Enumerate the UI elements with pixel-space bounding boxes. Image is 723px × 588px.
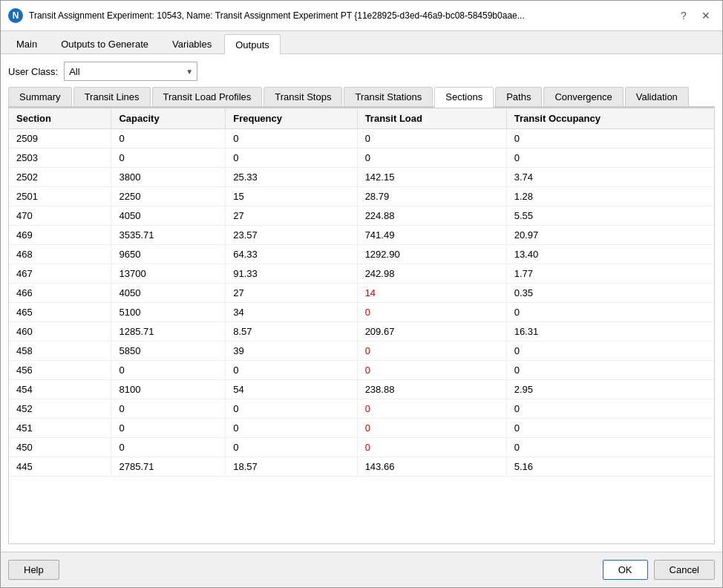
table-cell: 0 — [226, 129, 357, 148]
help-button[interactable]: Help — [8, 560, 59, 580]
table-row: 45858503900 — [9, 342, 714, 361]
sub-tab-bar: Summary Transit Lines Transit Load Profi… — [8, 87, 715, 108]
table-cell: 28.79 — [357, 187, 506, 206]
table-row: 454810054238.882.95 — [9, 380, 714, 399]
title-bar: N Transit Assignment Experiment: 10543, … — [1, 1, 722, 31]
table-cell: 16.31 — [506, 322, 714, 342]
table-row: 470405027224.885.55 — [9, 206, 714, 226]
table-cell: 34 — [226, 303, 357, 322]
table-cell: 1.28 — [506, 187, 714, 206]
table-cell: 13.40 — [506, 245, 714, 264]
table-cell: 460 — [9, 322, 111, 342]
table-row: 46551003400 — [9, 303, 714, 322]
table-cell: 0 — [226, 438, 357, 457]
close-button[interactable]: ✕ — [697, 7, 715, 24]
tab-convergence[interactable]: Convergence — [543, 87, 623, 106]
title-bar-left: N Transit Assignment Experiment: 10543, … — [8, 8, 675, 23]
col-header-transit-occupancy: Transit Occupancy — [506, 108, 714, 129]
table-cell: 2503 — [9, 148, 111, 168]
table-row: 25090000 — [9, 129, 714, 148]
table-cell: 0 — [226, 399, 357, 419]
table-cell: 0 — [506, 361, 714, 380]
table-cell: 2509 — [9, 129, 111, 148]
table-cell: 451 — [9, 419, 111, 438]
ok-button[interactable]: OK — [603, 560, 648, 580]
table-cell: 0 — [111, 129, 226, 148]
table-cell: 5100 — [111, 303, 226, 322]
tab-sections[interactable]: Sections — [434, 87, 494, 108]
tab-main[interactable]: Main — [5, 34, 48, 53]
table-cell: 0 — [111, 399, 226, 419]
content-area: User Class: All Summary Transit Lines Tr… — [1, 54, 722, 552]
tab-transit-lines[interactable]: Transit Lines — [73, 87, 151, 106]
table-cell: 467 — [9, 264, 111, 284]
sections-table: Section Capacity Frequency Transit Load … — [9, 108, 714, 477]
main-tab-bar: Main Outputs to Generate Variables Outpu… — [1, 31, 722, 54]
table-cell: 14 — [357, 284, 506, 303]
table-row: 4693535.7123.57741.4920.97 — [9, 226, 714, 245]
title-bar-controls: ? ✕ — [675, 7, 715, 24]
table-cell: 0 — [111, 148, 226, 168]
table-cell: 0 — [357, 303, 506, 322]
table-cell: 0 — [506, 342, 714, 361]
cancel-button[interactable]: Cancel — [654, 560, 715, 580]
col-header-transit-load: Transit Load — [357, 108, 506, 129]
data-table-container: Section Capacity Frequency Transit Load … — [8, 108, 715, 544]
table-cell: 468 — [9, 245, 111, 264]
table-cell: 3535.71 — [111, 226, 226, 245]
table-row: 4560000 — [9, 361, 714, 380]
tab-outputs[interactable]: Outputs — [224, 34, 281, 54]
user-class-select[interactable]: All — [64, 62, 197, 81]
table-cell: 209.67 — [357, 322, 506, 342]
table-cell: 469 — [9, 226, 111, 245]
user-class-row: User Class: All — [8, 62, 715, 81]
table-cell: 466 — [9, 284, 111, 303]
table-cell: 1.77 — [506, 264, 714, 284]
table-row: 468965064.331292.9013.40 — [9, 245, 714, 264]
tab-transit-load-profiles[interactable]: Transit Load Profiles — [152, 87, 263, 106]
user-class-select-wrapper[interactable]: All — [64, 62, 197, 81]
table-cell: 54 — [226, 380, 357, 399]
table-cell: 8100 — [111, 380, 226, 399]
tab-transit-stations[interactable]: Transit Stations — [344, 87, 433, 106]
table-cell: 143.66 — [357, 457, 506, 477]
footer-right: OK Cancel — [603, 560, 715, 580]
table-cell: 0 — [357, 361, 506, 380]
table-cell: 450 — [9, 438, 111, 457]
table-cell: 0 — [357, 438, 506, 457]
table-cell: 2501 — [9, 187, 111, 206]
tab-validation[interactable]: Validation — [625, 87, 689, 106]
table-cell: 4050 — [111, 206, 226, 226]
app-icon: N — [8, 8, 23, 23]
user-class-label: User Class: — [8, 66, 58, 77]
col-header-section: Section — [9, 108, 111, 129]
table-row: 466405027140.35 — [9, 284, 714, 303]
tab-summary[interactable]: Summary — [8, 87, 72, 106]
tab-transit-stops[interactable]: Transit Stops — [264, 87, 342, 106]
help-icon-button[interactable]: ? — [675, 7, 693, 24]
table-row: 25030000 — [9, 148, 714, 168]
tab-variables[interactable]: Variables — [161, 34, 223, 53]
table-row: 4510000 — [9, 419, 714, 438]
tab-paths[interactable]: Paths — [495, 87, 542, 106]
table-row: 4520000 — [9, 399, 714, 419]
table-row: 250122501528.791.28 — [9, 187, 714, 206]
table-cell: 0 — [226, 148, 357, 168]
table-cell: 1285.71 — [111, 322, 226, 342]
table-cell: 2250 — [111, 187, 226, 206]
table-cell: 18.57 — [226, 457, 357, 477]
table-cell: 13700 — [111, 264, 226, 284]
table-cell: 0 — [506, 399, 714, 419]
table-wrapper[interactable]: Section Capacity Frequency Transit Load … — [9, 108, 714, 543]
table-cell: 5850 — [111, 342, 226, 361]
table-cell: 2.95 — [506, 380, 714, 399]
col-header-capacity: Capacity — [111, 108, 226, 129]
tab-outputs-to-generate[interactable]: Outputs to Generate — [50, 34, 160, 53]
table-cell: 0 — [357, 129, 506, 148]
table-cell: 0 — [357, 342, 506, 361]
table-cell: 9650 — [111, 245, 226, 264]
table-row: 4601285.718.57209.6716.31 — [9, 322, 714, 342]
table-cell: 23.57 — [226, 226, 357, 245]
col-header-frequency: Frequency — [226, 108, 357, 129]
table-cell: 0 — [506, 129, 714, 148]
